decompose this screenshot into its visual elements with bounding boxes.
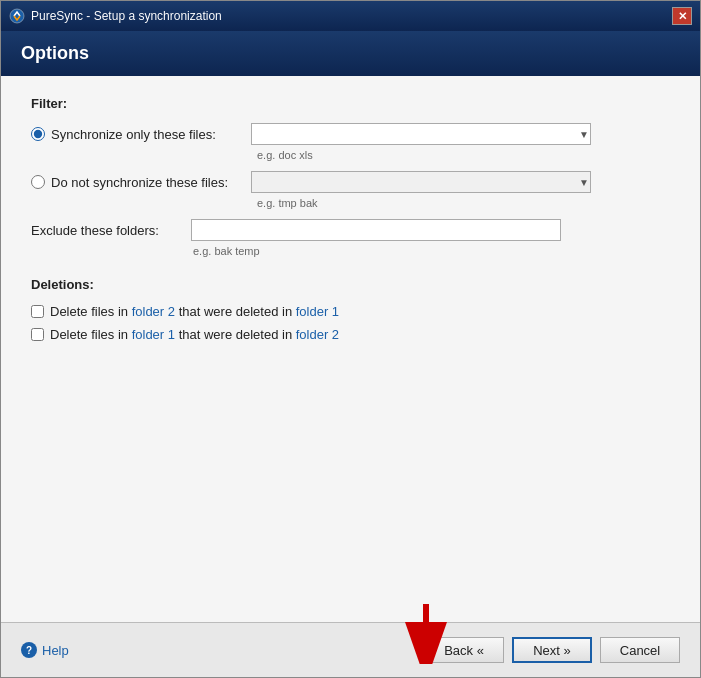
next-button[interactable]: Next »	[512, 637, 592, 663]
deletions-title: Deletions:	[31, 277, 670, 292]
back-button[interactable]: Back «	[424, 637, 504, 663]
help-link[interactable]: ? Help	[21, 642, 69, 658]
cancel-button[interactable]: Cancel	[600, 637, 680, 663]
delete2-checkbox[interactable]	[31, 328, 44, 341]
sync-only-row: Synchronize only these files: ▼	[31, 123, 670, 145]
delete1-row: Delete files in folder 2 that were delet…	[31, 304, 670, 319]
no-sync-dropdown-wrapper: ▼	[251, 171, 591, 193]
sync-only-radio[interactable]	[31, 127, 45, 141]
help-icon: ?	[21, 642, 37, 658]
window-title: PureSync - Setup a synchronization	[31, 9, 666, 23]
sync-only-hint: e.g. doc xls	[257, 149, 670, 161]
delete2-row: Delete files in folder 1 that were delet…	[31, 327, 670, 342]
no-sync-row: Do not synchronize these files: ▼	[31, 171, 670, 193]
no-sync-hint: e.g. tmp bak	[257, 197, 670, 209]
title-bar: PureSync - Setup a synchronization ✕	[1, 1, 700, 31]
no-sync-radio-label[interactable]: Do not synchronize these files:	[31, 175, 251, 190]
main-window: PureSync - Setup a synchronization ✕ Opt…	[0, 0, 701, 678]
no-sync-label: Do not synchronize these files:	[51, 175, 228, 190]
app-icon	[9, 8, 25, 24]
exclude-hint: e.g. bak temp	[193, 245, 670, 257]
help-label: Help	[42, 643, 69, 658]
filter-section: Filter: Synchronize only these files: ▼ …	[31, 96, 670, 257]
section-header: Options	[1, 31, 700, 76]
exclude-row: Exclude these folders:	[31, 219, 670, 241]
header-title: Options	[21, 43, 89, 63]
close-button[interactable]: ✕	[672, 7, 692, 25]
deletions-section: Deletions: Delete files in folder 2 that…	[31, 277, 670, 342]
main-wrapper: Filter: Synchronize only these files: ▼ …	[1, 76, 700, 677]
bottom-bar: ? Help Back « Next » Cancel	[1, 622, 700, 677]
sync-only-input[interactable]	[251, 123, 591, 145]
buttons-group: Back « Next » Cancel	[424, 637, 680, 663]
sync-only-dropdown-wrapper: ▼	[251, 123, 591, 145]
content-area: Filter: Synchronize only these files: ▼ …	[1, 76, 700, 622]
sync-only-radio-label[interactable]: Synchronize only these files:	[31, 127, 251, 142]
exclude-input[interactable]	[191, 219, 561, 241]
delete1-checkbox[interactable]	[31, 305, 44, 318]
delete1-label: Delete files in folder 2 that were delet…	[50, 304, 339, 319]
sync-only-label: Synchronize only these files:	[51, 127, 216, 142]
exclude-label: Exclude these folders:	[31, 223, 191, 238]
delete2-label: Delete files in folder 1 that were delet…	[50, 327, 339, 342]
no-sync-radio[interactable]	[31, 175, 45, 189]
no-sync-input[interactable]	[251, 171, 591, 193]
filter-title: Filter:	[31, 96, 670, 111]
